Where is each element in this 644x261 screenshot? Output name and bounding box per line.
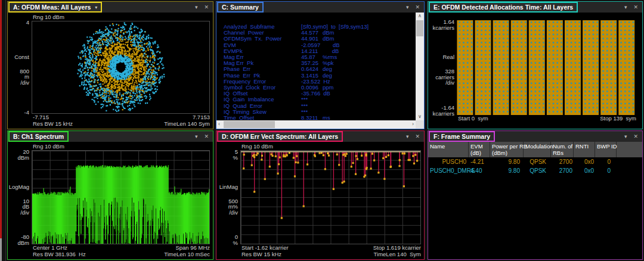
y-min-label: -1.64 kcarriers [433, 105, 454, 116]
y-scale-label: 328 carriers /div [435, 69, 454, 86]
range-label: Rng 10 dBm [9, 14, 210, 21]
summary-row: EVMPk14.211 dB [224, 48, 416, 54]
table-cell: PUSCH0 [428, 159, 469, 165]
dropdown-caret-icon[interactable]: ▾ [95, 4, 97, 11]
table-cell: 9.80 [490, 167, 524, 174]
sum-value: 8.3211 [301, 115, 323, 120]
table-header-cell[interactable]: Modulation [524, 142, 551, 157]
panel-menu-icon[interactable]: ▾ [406, 5, 409, 10]
table-cell: QPSK [524, 167, 551, 174]
summary-list: Analyzed Subframe[Sf0,sym0]to [Sf9,sym13… [216, 13, 416, 120]
panel-close-icon[interactable]: ✕ [633, 134, 638, 139]
y-max-label: 20 dBm [17, 149, 29, 160]
horizontal-scrollbar[interactable]: ‹ › [216, 120, 416, 129]
summary-row: Time Offset8.3211ms [224, 115, 416, 120]
panel-a-content: Rng 10 dBm 4 Const 800 m /div -4 -7.715 … [8, 13, 213, 129]
panel-err-vect-spectrum: D: OFDM Err Vect Spectrum: All Layers ▾ … [216, 130, 425, 260]
panel-c-title-tab[interactable]: C: Summary [217, 2, 264, 13]
trace-format-label: Real [442, 54, 454, 60]
table-cell: 4.40 [469, 167, 490, 174]
panel-d-title-tab[interactable]: D: OFDM Err Vect Spectrum: All Layers [217, 131, 343, 142]
spectrum-trace [32, 151, 209, 244]
range-label: Rng 10 dBm [9, 143, 210, 150]
panel-a-titlebar: A: OFDM Meas: All Layers ▾ ▾ ✕ [8, 2, 213, 13]
scroll-left-icon[interactable]: ‹ [218, 120, 220, 129]
table-header-cell[interactable] [617, 142, 642, 157]
panel-e-title-tab[interactable]: E: OFDM Detected Allocations Time: All L… [429, 2, 578, 13]
table-header-cell[interactable]: BWP ID [595, 142, 617, 157]
time-len-label: TimeLen 140 Sym [374, 251, 421, 257]
y-axis-labels: 20 dBm LogMag 10 dB /div -80 dBm [9, 150, 32, 244]
y-min-label: -4 [24, 110, 29, 116]
frame-summary-table: NameEVM (dB)Power per RE (dBm)Modulation… [428, 142, 642, 259]
table-cell: 0 [595, 167, 617, 174]
panel-c-title: C: Summary [222, 4, 259, 11]
spectrum-plot[interactable] [32, 150, 210, 244]
y-max-label: 5 % [233, 149, 238, 160]
y-axis-labels: 5 % LinMag 500 m% /div 0 % [218, 150, 240, 244]
scroll-up-icon[interactable]: ∧ [416, 13, 424, 20]
sum-unit: dB [323, 91, 330, 97]
span-label: Span 96 MHz [175, 244, 210, 251]
scroll-right-icon[interactable]: › [412, 120, 414, 129]
trace-format-label: LogMag [9, 184, 29, 190]
x-stop-label: Stop 1.619 kcarrier [373, 244, 421, 251]
res-bw-label: Res BW 381.936 Hz [33, 251, 86, 257]
panel-detected-allocations: E: OFDM Detected Allocations Time: All L… [428, 1, 643, 129]
panel-menu-icon[interactable]: ▾ [624, 134, 627, 139]
table-cell: PUSCH0_DMRS [428, 167, 469, 174]
panel-close-icon[interactable]: ✕ [415, 5, 420, 10]
panel-b-content: Rng 10 dBm 20 dBm LogMag 10 dB /div -80 … [8, 142, 213, 259]
range-label: Rng 10 dBm [218, 143, 421, 150]
allocations-plot[interactable] [457, 20, 636, 115]
panel-close-icon[interactable]: ✕ [415, 134, 420, 139]
y-max-label: 1.64 kcarriers [433, 19, 454, 30]
panel-menu-icon[interactable]: ▾ [195, 134, 198, 139]
panel-e-titlebar: E: OFDM Detected Allocations Time: All L… [428, 2, 642, 13]
panel-menu-icon[interactable]: ▾ [406, 134, 409, 139]
error-vector-stems [241, 151, 420, 244]
res-bw-label: Res BW 15 kHz [242, 251, 281, 257]
sum-unit: to [Sf9,sym13] [331, 24, 369, 30]
y-min-label: -80 dBm [17, 234, 29, 246]
table-header-cell[interactable]: Name [428, 142, 469, 157]
scrollbar-corner [416, 120, 424, 129]
panel-ch1-spectrum: B: Ch1 Spectrum ▾ ✕ Rng 10 dBm 20 dBm Lo… [7, 130, 213, 260]
trace-format-label: Const [14, 54, 29, 60]
panel-a-title: A: OFDM Meas: All Layers [13, 4, 91, 11]
panel-close-icon[interactable]: ✕ [204, 5, 209, 10]
vertical-scroll-thumb[interactable] [416, 20, 423, 36]
panel-f-title-tab[interactable]: F: Frame Summary [429, 131, 495, 142]
table-row[interactable]: PUSCH0-4.219.80QPSK27000x00 [428, 157, 642, 166]
table-header-cell[interactable]: Power per RE (dBm) [490, 142, 524, 157]
window-edge-strip [0, 0, 2, 238]
table-cell: 2700 [551, 159, 574, 165]
constellation-plot[interactable] [32, 21, 210, 114]
panel-b-title: B: Ch1 Spectrum [13, 133, 64, 141]
table-header-cell[interactable]: RNTI [574, 142, 595, 157]
scroll-down-icon[interactable]: ∨ [416, 113, 424, 120]
panel-close-icon[interactable]: ✕ [633, 5, 638, 10]
table-header-cell[interactable]: EVM (dB) [469, 142, 490, 157]
panel-a-title-tab[interactable]: A: OFDM Meas: All Layers ▾ [8, 2, 102, 13]
panel-summary: C: Summary ▾ ✕ Analyzed Subframe[Sf0,sym… [216, 1, 425, 129]
table-header-cell[interactable]: Num. of RBs [551, 142, 574, 157]
error-vector-plot[interactable] [240, 150, 421, 244]
vertical-scrollbar[interactable]: ∧ ∨ [416, 13, 424, 120]
panel-b-titlebar: B: Ch1 Spectrum ▾ ✕ [8, 131, 213, 142]
table-cell: 0 [595, 159, 617, 165]
res-bw-label: Res BW 15 kHz [33, 120, 73, 127]
horizontal-scroll-thumb[interactable] [224, 121, 275, 128]
table-row[interactable]: PUSCH0_DMRS4.409.80QPSK27000x00 [428, 166, 642, 175]
x-start-label: Start -1.62 kcarrier [242, 244, 289, 251]
panel-close-icon[interactable]: ✕ [204, 134, 209, 139]
summary-row: EVM-2.0597 dB [224, 42, 416, 48]
y-scale-label: 500 m% /div [228, 198, 238, 216]
workspace-splitter[interactable] [5, 0, 6, 261]
summary-row: Mag Err Pk357.25%pk [224, 60, 416, 66]
time-len-label: TimeLen 140 Sym [164, 120, 210, 127]
sum-unit: ms [323, 115, 330, 120]
panel-menu-icon[interactable]: ▾ [195, 5, 198, 10]
panel-menu-icon[interactable]: ▾ [624, 5, 627, 10]
panel-b-title-tab[interactable]: B: Ch1 Spectrum [8, 131, 69, 142]
